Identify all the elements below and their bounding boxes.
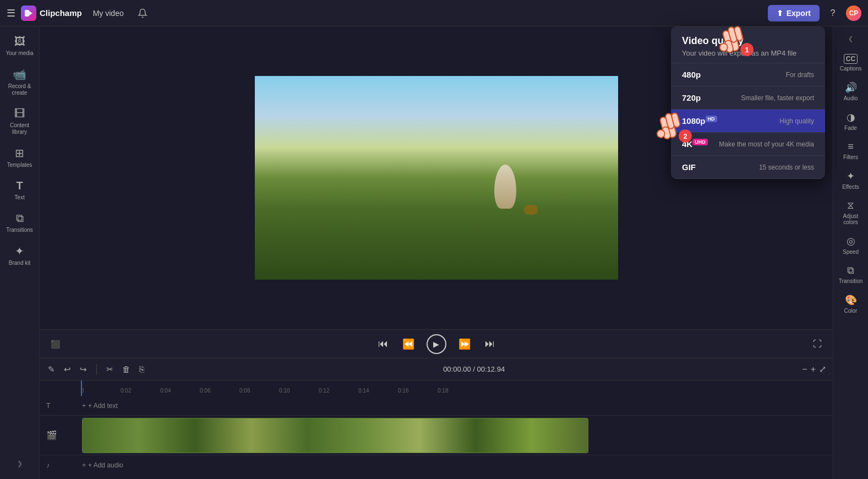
sidebar-item-label: Templates <box>7 162 32 168</box>
fit-button[interactable]: ⤢ <box>819 364 826 374</box>
topbar: ☰ Clipchamp My video ⬆ Export ? CP <box>0 0 868 26</box>
svg-rect-0 <box>25 10 29 17</box>
quality-option-gif[interactable]: GIF 15 seconds or less <box>671 156 825 179</box>
export-label: Export <box>787 9 811 18</box>
delete-button[interactable]: 🗑 <box>121 363 132 375</box>
audio-icon: 🔊 <box>845 81 857 94</box>
quality-desc: High quality <box>779 117 814 125</box>
transitions-icon: ⧉ <box>16 212 24 225</box>
right-sidebar-item-captions[interactable]: CC Captions <box>835 50 867 76</box>
sidebar-item-your-media[interactable]: 🖼 Your media <box>2 31 37 61</box>
quality-left: 1080pHD <box>682 116 717 126</box>
ruler-mark: 0:02 <box>121 388 160 394</box>
redo-button[interactable]: ↪ <box>78 363 89 376</box>
sidebar-item-content-library[interactable]: 🎞 Contentlibrary <box>2 103 37 140</box>
subtitle-button[interactable]: ⬛ <box>48 338 62 351</box>
right-sidebar-item-filters[interactable]: ≡ Filters <box>835 137 867 165</box>
quality-option-1080p[interactable]: 1080pHD High quality <box>671 110 825 133</box>
sidebar-item-templates[interactable]: ⊞ Templates <box>2 142 37 173</box>
duplicate-button[interactable]: ⎘ <box>138 363 146 375</box>
right-item-label: Audio <box>844 95 858 101</box>
zoom-out-button[interactable]: − <box>802 364 807 374</box>
add-audio-button[interactable]: + + Add audio <box>82 461 123 469</box>
adjust-colors-icon: ⧖ <box>847 200 854 211</box>
timeline-tracks: T + + Add text 🎬 ♪ + <box>40 396 833 479</box>
help-button[interactable]: ? <box>825 6 840 21</box>
right-sidebar-item-audio[interactable]: 🔊 Audio <box>835 77 867 106</box>
right-sidebar-item-effects[interactable]: ✦ Effects <box>835 166 867 194</box>
clip-thumbnail <box>82 418 588 453</box>
ruler-mark: 0:10 <box>279 388 319 394</box>
quality-left: 4KUHD <box>682 139 708 149</box>
right-item-label: Captions <box>840 66 861 72</box>
sidebar-item-transitions[interactable]: ⧉ Transitions <box>2 208 37 238</box>
quality-option-4k[interactable]: 4KUHD Make the most of your 4K media <box>671 133 825 156</box>
quality-left: 720p <box>682 93 701 102</box>
right-sidebar-item-color[interactable]: 🎨 Color <box>835 290 867 318</box>
left-sidebar: 🖼 Your media 📹 Record &create 🎞 Contentl… <box>0 26 40 479</box>
menu-icon[interactable]: ☰ <box>7 7 15 19</box>
fast-forward-button[interactable]: ⏩ <box>456 336 473 352</box>
ruler-mark: 0:18 <box>438 388 477 394</box>
uhd-badge: UHD <box>692 139 708 145</box>
avatar[interactable]: CP <box>846 6 861 21</box>
video-title[interactable]: My video <box>89 7 128 20</box>
templates-icon: ⊞ <box>15 146 24 160</box>
left-sidebar-expand[interactable]: ❯ <box>14 453 25 475</box>
rewind-button[interactable]: ⏪ <box>400 336 417 352</box>
sidebar-item-label: Record &create <box>8 83 31 96</box>
quality-option-720p[interactable]: 720p Smaller file, faster export <box>671 86 825 110</box>
fullscreen-button[interactable]: ⛶ <box>811 337 824 351</box>
right-sidebar-item-transition[interactable]: ⧉ Transition <box>835 260 867 289</box>
add-audio-plus-icon: + <box>82 461 86 469</box>
quality-desc: 15 seconds or less <box>759 164 814 171</box>
hd-badge: HD <box>706 116 717 122</box>
export-panel-header: Video quality Your video will export as … <box>671 26 825 63</box>
skip-back-button[interactable]: ⏮ <box>376 336 390 352</box>
export-panel-subtitle: Your video will export as an MP4 file <box>682 49 814 57</box>
ruler-mark: 0:06 <box>200 388 239 394</box>
toolbar-separator <box>96 364 97 375</box>
content-icon: 🎞 <box>14 107 25 120</box>
play-button[interactable]: ▶ <box>427 334 446 354</box>
ruler-marks: 0 0:02 0:04 0:06 0:08 0:10 0:12 0:14 0:1… <box>81 388 833 394</box>
sidebar-item-label: Your media <box>6 50 33 57</box>
timeline-ruler: 0 0:02 0:04 0:06 0:08 0:10 0:12 0:14 0:1… <box>40 380 833 396</box>
zoom-in-button[interactable]: + <box>811 364 816 374</box>
right-sidebar-item-fade[interactable]: ◑ Fade <box>835 107 867 135</box>
zoom-controls: − + ⤢ <box>802 364 826 374</box>
right-sidebar: ❮ CC Captions 🔊 Audio ◑ Fade ≡ Filters ✦… <box>833 26 868 479</box>
save-icon[interactable] <box>135 6 150 21</box>
ruler-mark: 0:12 <box>319 388 358 394</box>
video-clip[interactable] <box>82 418 588 453</box>
export-icon: ⬆ <box>777 9 783 18</box>
draw-tool-button[interactable]: ✎ <box>46 363 57 376</box>
export-button[interactable]: ⬆ Export <box>768 5 820 21</box>
timeline-area: ✎ ↩ ↪ ✂ 🗑 ⎘ 00:00.00 / 00:12.94 − + ⤢ 0 <box>40 358 833 479</box>
right-sidebar-item-adjust-colors[interactable]: ⧖ Adjustcolors <box>835 195 867 230</box>
sidebar-item-brand-kit[interactable]: ✦ Brand kit <box>2 240 37 271</box>
quality-desc: Make the most of your 4K media <box>719 140 814 148</box>
filters-icon: ≡ <box>848 141 854 153</box>
quality-name: 480p <box>682 70 701 79</box>
effects-icon: ✦ <box>847 170 855 182</box>
sidebar-item-record-create[interactable]: 📹 Record &create <box>2 63 37 101</box>
right-item-label: Transition <box>839 278 863 284</box>
cut-button[interactable]: ✂ <box>105 363 115 376</box>
sidebar-item-label: Contentlibrary <box>10 122 29 135</box>
app-logo: ☰ Clipchamp <box>7 6 82 21</box>
undo-button[interactable]: ↩ <box>62 363 73 376</box>
ruler-mark: 0:04 <box>160 388 200 394</box>
quality-desc: Smaller file, faster export <box>741 94 814 102</box>
right-sidebar-collapse[interactable]: ❮ <box>845 31 856 46</box>
ruler-mark: 0:08 <box>239 388 279 394</box>
add-text-button[interactable]: + + Add text <box>82 402 118 410</box>
quality-left: 480p <box>682 70 701 79</box>
quality-name: GIF <box>682 162 696 172</box>
sidebar-item-text[interactable]: T Text <box>2 175 37 205</box>
text-track: T + + Add text <box>40 396 833 416</box>
quality-option-480p[interactable]: 480p For drafts <box>671 63 825 86</box>
video-track-label: 🎬 <box>46 430 82 440</box>
right-sidebar-item-speed[interactable]: ◎ Speed <box>835 231 867 259</box>
skip-forward-button[interactable]: ⏭ <box>483 336 497 352</box>
